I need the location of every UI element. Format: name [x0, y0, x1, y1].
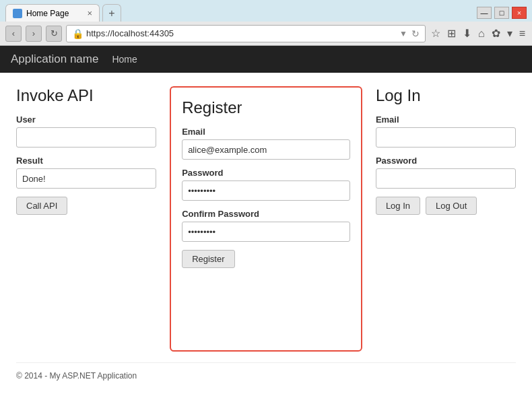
app-name: Application name — [11, 53, 98, 66]
lock-icon: 🔒 — [72, 28, 84, 39]
register-confirm-group: Confirm Password — [182, 209, 350, 242]
download-icon[interactable]: ⬇ — [461, 26, 473, 41]
login-email-group: Email — [376, 114, 516, 147]
menu-icon[interactable]: ≡ — [518, 26, 527, 41]
columns-container: Invoke API User Result Call API Register… — [16, 86, 516, 352]
dropdown-arrow[interactable]: ▼ — [399, 29, 407, 38]
invoke-api-title: Invoke API — [16, 86, 156, 105]
back-button[interactable]: ‹ — [5, 26, 22, 42]
user-input[interactable] — [16, 127, 156, 147]
login-button[interactable]: Log In — [376, 197, 420, 215]
register-password-input[interactable] — [182, 180, 350, 201]
register-column: Register Email Password Confirm Password… — [170, 86, 362, 352]
logout-button[interactable]: Log Out — [426, 197, 477, 215]
login-email-input[interactable] — [376, 127, 516, 147]
active-tab[interactable]: Home Page × — [5, 4, 100, 22]
result-label: Result — [16, 156, 156, 166]
refresh-button[interactable]: ↻ — [46, 26, 62, 42]
login-column: Log In Email Password Log In Log Out — [376, 86, 516, 352]
forward-button[interactable]: › — [26, 26, 42, 42]
new-tab-button[interactable]: + — [102, 4, 121, 22]
tab-title: Home Page — [26, 9, 69, 18]
window-controls: — □ × — [477, 7, 527, 22]
home-nav-link[interactable]: Home — [112, 54, 137, 65]
login-button-group: Log In Log Out — [376, 197, 516, 215]
address-bar: ‹ › ↻ 🔒 https://localhost:44305 ▼ ↻ ☆ ⊞ … — [0, 22, 532, 46]
star-icon[interactable]: ☆ — [430, 26, 442, 41]
address-field[interactable]: 🔒 https://localhost:44305 ▼ ↻ — [66, 25, 426, 42]
bookmark-icon[interactable]: ✿ — [490, 26, 502, 41]
login-email-label: Email — [376, 114, 516, 125]
app-navbar: Application name Home — [0, 46, 532, 73]
login-password-label: Password — [376, 156, 516, 166]
minimize-button[interactable]: — — [477, 7, 492, 19]
register-confirm-input[interactable] — [182, 222, 350, 242]
tab-close-button[interactable]: × — [87, 8, 92, 18]
home-icon[interactable]: ⌂ — [477, 26, 486, 41]
login-password-input[interactable] — [376, 168, 516, 189]
address-text: https://localhost:44305 — [86, 28, 174, 38]
register-email-group: Email — [182, 127, 350, 160]
tab-favicon — [13, 9, 22, 18]
invoke-api-column: Invoke API User Result Call API — [16, 86, 156, 352]
close-button[interactable]: × — [512, 7, 527, 19]
register-email-input[interactable] — [182, 139, 350, 160]
register-password-group: Password — [182, 168, 350, 201]
register-email-label: Email — [182, 127, 350, 137]
footer: © 2014 - My ASP.NET Application — [16, 362, 516, 381]
login-title: Log In — [376, 86, 516, 105]
login-password-group: Password — [376, 156, 516, 189]
bookmark-dropdown[interactable]: ▾ — [506, 26, 514, 41]
page-content: Invoke API User Result Call API Register… — [0, 73, 532, 394]
register-confirm-label: Confirm Password — [182, 209, 350, 219]
user-label: User — [16, 114, 156, 125]
user-group: User — [16, 114, 156, 147]
maximize-button[interactable]: □ — [494, 7, 509, 19]
register-button[interactable]: Register — [182, 250, 234, 268]
register-title: Register — [182, 98, 350, 117]
result-input[interactable] — [16, 168, 156, 189]
title-bar: Home Page × + — □ × — [0, 0, 532, 22]
grid-icon[interactable]: ⊞ — [446, 26, 457, 41]
result-group: Result — [16, 156, 156, 189]
footer-text: © 2014 - My ASP.NET Application — [16, 371, 137, 381]
browser-window: Home Page × + — □ × ‹ › ↻ 🔒 https://loca… — [0, 0, 532, 394]
register-password-label: Password — [182, 168, 350, 178]
call-api-button[interactable]: Call API — [16, 197, 67, 215]
reload-icon[interactable]: ↻ — [411, 28, 420, 39]
